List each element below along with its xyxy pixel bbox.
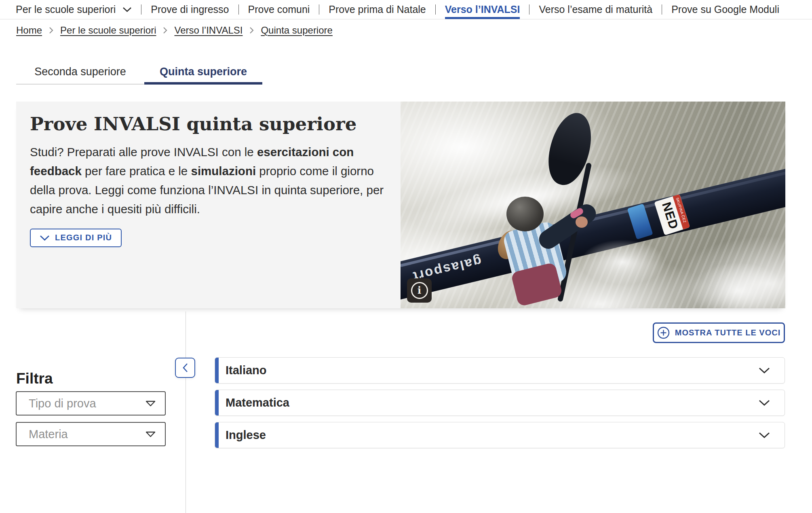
accordion-row-inglese[interactable]: Inglese [215, 422, 785, 448]
paragraph-segment: Studi? Preparati alle prove INVALSI con … [30, 145, 257, 159]
breadcrumb-link-quinta-superiore[interactable]: Quinta superiore [261, 25, 332, 36]
chevron-down-icon [40, 235, 50, 241]
nav-separator [319, 4, 319, 15]
chevron-down-icon [759, 367, 770, 374]
chevron-down-icon [122, 7, 132, 12]
hero-paragraph: Studi? Preparati alle prove INVALSI con … [30, 142, 388, 218]
image-info-button[interactable]: i [407, 278, 432, 303]
subject-placeholder: Materia [29, 428, 145, 441]
nav-item-verso-l-invalsi[interactable]: Verso l’INVALSI [445, 0, 520, 19]
nav-separator [238, 4, 239, 15]
chevron-down-icon [759, 432, 770, 439]
chevron-left-icon [182, 363, 188, 373]
nav-item-per-le-scuole-superiori[interactable]: Per le scuole superiori [16, 0, 132, 19]
nav-item-prove-di-ingresso[interactable]: Prove di ingresso [151, 0, 229, 19]
kayaker-hand [576, 216, 588, 228]
nav-separator [141, 4, 141, 15]
tab-seconda-superiore[interactable]: Seconda superiore [16, 60, 144, 84]
vertical-divider [186, 312, 186, 513]
water-splash [670, 250, 785, 308]
page: Per le scuole superiori Prove di ingress… [0, 0, 812, 513]
paragraph-segment-bold: simulazioni [191, 164, 256, 178]
breadcrumb: Home Per le scuole superiori Verso l’INV… [16, 19, 333, 42]
chevron-down-icon [759, 400, 770, 406]
accordion-label: Matematica [226, 396, 289, 409]
test-type-dropdown[interactable]: Tipo di prova [16, 391, 166, 415]
grade-tabs: Seconda superiore Quinta superiore [16, 60, 262, 85]
nav-item-verso-l-esame-di-maturita[interactable]: Verso l’esame di maturità [539, 0, 652, 19]
accordion-accent-bar [215, 357, 219, 384]
accordion-label: Inglese [226, 428, 266, 442]
accordion-accent-bar [215, 390, 219, 416]
dropdown-triangle-icon [145, 400, 156, 407]
kayak-country-sticker: NED SKUPINA ČEZ [654, 194, 690, 235]
accordion-accent-bar [215, 422, 219, 448]
info-icon: i [411, 282, 428, 299]
hero-text-panel: Prove INVALSI quinta superiore Studi? Pr… [16, 102, 401, 308]
nav-item-prove-su-google-moduli[interactable]: Prove su Google Moduli [671, 0, 779, 19]
nav-separator [435, 4, 436, 15]
page-title: Prove INVALSI quinta superiore [30, 114, 401, 135]
nav-item-prove-comuni[interactable]: Prove comuni [248, 0, 310, 19]
kayaker-helmet [506, 197, 544, 231]
top-navigation: Per le scuole superiori Prove di ingress… [0, 0, 812, 19]
chevron-right-icon [49, 27, 53, 34]
nav-item-label: Prove di ingresso [151, 4, 229, 15]
accordion-row-matematica[interactable]: Matematica [215, 390, 785, 416]
dropdown-triangle-icon [145, 431, 156, 438]
water-splash [562, 230, 683, 295]
hero-photo: galasport NED SKUPINA ČEZ i [401, 102, 785, 308]
test-type-placeholder: Tipo di prova [29, 397, 145, 410]
nav-separator [662, 4, 662, 15]
accordion-row-italiano[interactable]: Italiano [215, 357, 785, 384]
filter-title: Filtra [16, 370, 53, 387]
collapse-filter-button[interactable] [175, 358, 195, 378]
breadcrumb-link-per-le-scuole-superiori[interactable]: Per le scuole superiori [60, 25, 156, 36]
nav-item-label: Verso l’esame di maturità [539, 4, 652, 15]
nav-separator [529, 4, 529, 15]
nav-item-label: Per le scuole superiori [16, 4, 116, 15]
subject-accordion-list: Italiano Matematica Inglese [215, 357, 785, 454]
chevron-right-icon [249, 27, 254, 34]
tab-quinta-superiore[interactable]: Quinta superiore [144, 60, 262, 84]
paragraph-segment: per fare pratica e le [82, 164, 191, 178]
subject-dropdown[interactable]: Materia [16, 422, 166, 446]
breadcrumb-link-verso-l-invalsi[interactable]: Verso l’INVALSI [174, 25, 243, 36]
show-all-entries-label: MOSTRA TUTTE LE VOCI [675, 328, 780, 337]
nav-item-label: Prove comuni [248, 4, 310, 15]
nav-item-prove-prima-di-natale[interactable]: Prove prima di Natale [329, 0, 426, 19]
accordion-label: Italiano [226, 364, 267, 377]
hero-section: Prove INVALSI quinta superiore Studi? Pr… [16, 102, 785, 308]
show-all-entries-button[interactable]: MOSTRA TUTTE LE VOCI [653, 322, 785, 343]
breadcrumb-link-home[interactable]: Home [16, 25, 42, 36]
plus-circle-icon [657, 326, 670, 339]
chevron-right-icon [163, 27, 167, 34]
read-more-label: LEGGI DI PIÙ [55, 233, 112, 242]
nav-item-label: Verso l’INVALSI [445, 4, 520, 15]
read-more-button[interactable]: LEGGI DI PIÙ [30, 229, 122, 247]
nav-item-label: Prove prima di Natale [329, 4, 426, 15]
nav-item-label: Prove su Google Moduli [671, 4, 779, 15]
